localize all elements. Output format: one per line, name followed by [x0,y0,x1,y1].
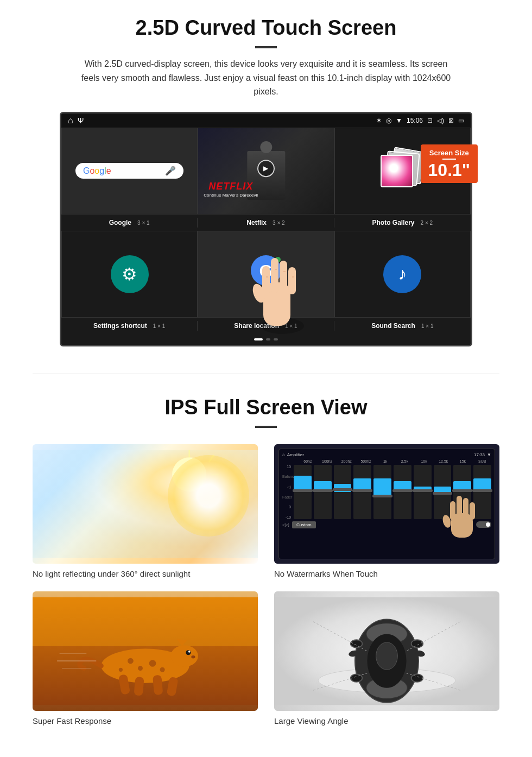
sunlight-glow [168,455,249,537]
eq-bar-4 [353,465,371,519]
section2-title: IPS Full Screen View [33,396,499,419]
eq-bar-7 [414,465,432,519]
settings-app-cell[interactable]: ⚙ [61,231,198,318]
feature-img-sunlight [33,444,258,564]
hand-pointing-overlay [247,228,318,339]
amp-hand [440,486,484,542]
netflix-app-cell[interactable]: ▶ NETFLIX Continue Marvel's Daredevil [198,128,334,215]
sound-label: Sound Search 1 × 1 [334,321,471,331]
svg-point-33 [160,667,165,672]
status-right: ✶ ◎ ▼ 15:06 ⊡ ◁) ⊠ ▭ [376,117,464,124]
netflix-subtitle: Continue Marvel's Daredevil [204,193,258,198]
google-logo: Google [83,166,111,176]
feature-watermark: ⌂ Amplifier 17:33 ▼ 60hz 100hz 200hz 500… [274,444,499,578]
figure-head [260,141,272,153]
svg-point-55 [351,640,363,647]
svg-point-52 [376,642,398,670]
svg-point-31 [138,666,143,671]
badge-title: Screen Size [428,149,470,157]
app-grid-row2: ⚙ G [61,231,471,318]
section-divider [33,374,499,374]
section-ips-screen: IPS Full Screen View [0,390,532,742]
home-icon: ⌂ [68,116,73,125]
custom-button[interactable]: Custom [292,521,316,528]
svg-rect-8 [280,261,287,294]
eq-labels: 60hz 100hz 200hz 500hz 1k 2.5k 10k 12.5k… [282,459,491,463]
eq-bar-6 [394,465,411,519]
status-bar: ⌂ Ψ ✶ ◎ ▼ 15:06 ⊡ ◁) ⊠ ▭ [61,113,471,128]
svg-rect-9 [288,267,296,294]
maps-app-cell[interactable]: G [198,231,334,318]
amp-home-icon: ⌂ [282,452,285,457]
badge-size: 10.1" [428,161,470,179]
x-icon: ⊠ [448,117,454,124]
settings-icon: ⚙ [111,255,149,293]
section2-underline [255,426,277,428]
wifi-icon: ▼ [396,117,402,124]
svg-point-56 [411,640,423,647]
flower-image [382,156,412,186]
amp-prev-icon: ◁◁ [282,522,289,527]
sound-app-cell[interactable]: ♪ [334,231,471,318]
hand-svg [247,228,318,337]
amp-title: Amplifier [287,452,304,457]
screen-mockup-wrapper: ⌂ Ψ ✶ ◎ ▼ 15:06 ⊡ ◁) ⊠ ▭ [60,112,472,346]
usb-icon: Ψ [78,116,84,125]
section-curved-screen: 2.5D Curved Touch Screen With 2.5D curve… [0,0,532,357]
eq-bar-2 [314,465,332,519]
clock: 15:06 [407,117,423,124]
netflix-play-button[interactable]: ▶ [257,160,275,177]
section1-underline [255,46,277,48]
google-app-cell[interactable]: Google 🎤 [61,128,198,215]
google-mic-icon[interactable]: 🎤 [165,166,176,176]
location-icon: ◎ [386,117,391,124]
feature-img-car [274,591,499,711]
loudness-toggle[interactable] [476,521,491,528]
section1-title: 2.5D Curved Touch Screen [33,16,499,40]
amp-header: ⌂ Amplifier 17:33 ▼ [282,452,491,457]
cheetah-scene [33,591,258,711]
svg-rect-27 [33,597,258,646]
google-label: Google 3 × 1 [61,218,198,228]
netflix-logo: NETFLIX [204,181,258,192]
amp-hand-svg [440,486,484,540]
svg-rect-7 [271,258,278,293]
window-icon: ▭ [458,117,464,124]
svg-rect-23 [463,498,468,519]
bluetooth-icon: ✶ [376,117,382,124]
svg-rect-24 [470,502,475,520]
feature-label-angle: Large Viewing Angle [274,716,499,726]
eq-area: 10 Balance ◁) Fader 0 -10 [282,465,491,519]
feature-img-amplifier: ⌂ Amplifier 17:33 ▼ 60hz 100hz 200hz 500… [274,444,499,564]
svg-rect-22 [457,496,462,518]
sound-icon: ♪ [383,255,421,293]
badge-underline [442,159,456,160]
eq-scale: 10 Balance ◁) Fader 0 -10 [282,465,293,519]
google-search-bar[interactable]: Google 🎤 [75,163,183,179]
feature-img-cheetah [33,591,258,711]
amp-screen: ⌂ Amplifier 17:33 ▼ 60hz 100hz 200hz 500… [278,449,495,559]
screen-size-badge: Screen Size 10.1" [421,144,478,183]
svg-rect-21 [450,501,455,520]
netflix-label: Netflix 3 × 2 [198,218,334,228]
svg-point-41 [188,651,191,653]
svg-point-42 [191,655,195,658]
app-grid-row1: Google 🎤 [61,128,471,215]
photo-stack [381,149,424,193]
feature-angle: Large Viewing Angle [274,591,499,726]
netflix-brand: NETFLIX Continue Marvel's Daredevil [204,181,258,198]
camera-icon: ⊡ [427,117,433,124]
svg-point-34 [119,667,123,671]
eq-bar-3 [334,465,352,519]
feature-response: Super Fast Response [33,591,258,726]
eq-bar-1 [294,465,312,519]
eq-bar-5 [373,465,391,519]
gallery-label: Photo Gallery 2 × 2 [334,218,471,228]
volume-icon: ◁) [437,117,444,124]
features-grid: No light reflecting under 360° direct su… [33,444,499,726]
settings-label: Settings shortcut 1 × 1 [61,321,198,331]
feature-sunlight: No light reflecting under 360° direct su… [33,444,258,578]
section1-description: With 2.5D curved-display screen, this de… [76,57,456,99]
svg-point-30 [128,658,134,664]
svg-point-32 [149,660,156,667]
